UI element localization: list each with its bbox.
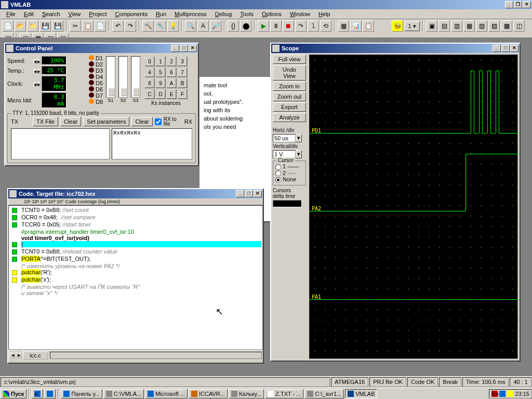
kx-6[interactable]: 6 [166, 67, 177, 77]
menu-file[interactable]: File [2, 10, 20, 18]
tb-rebuild[interactable]: 🔧 [155, 20, 166, 32]
code-hscroll[interactable] [50, 352, 262, 359]
tb-run[interactable]: ▶ [258, 20, 269, 32]
tb-v7[interactable]: ▩ [501, 20, 512, 32]
tb-restart[interactable]: ⟲ [320, 20, 331, 32]
kx-B[interactable]: B [177, 78, 188, 88]
task-3[interactable]: Microsoft ... [145, 389, 188, 398]
tb-scope[interactable]: 📊 [350, 20, 362, 32]
tb-find-next[interactable]: A [197, 20, 209, 32]
cursor2-radio[interactable] [275, 170, 281, 176]
tb-instance[interactable]: 1 ▾ [404, 21, 420, 31]
tb-v1[interactable]: ▣ [426, 20, 437, 32]
tray-lang-icon[interactable]: En [491, 391, 498, 397]
code-max[interactable]: □ [245, 190, 253, 197]
tb-v6[interactable]: ▨ [488, 20, 500, 32]
tb-v2[interactable]: ▤ [438, 20, 450, 32]
kx-2[interactable]: 2 [166, 56, 177, 66]
kx-7[interactable]: 7 [177, 67, 188, 77]
start-button[interactable]: Пуск [1, 389, 26, 398]
menu-tools[interactable]: Tools [236, 10, 258, 18]
task-6[interactable]: Z.TXT - ... [265, 389, 303, 398]
tb-stepover[interactable]: ⤵ [308, 20, 319, 32]
tb-replace[interactable]: 🔎 [210, 20, 221, 32]
kx-9[interactable]: 9 [155, 78, 166, 88]
txfile-button[interactable]: TX File [33, 117, 58, 126]
menu-window[interactable]: Window [286, 10, 314, 18]
kx-A[interactable]: A [166, 78, 177, 88]
menu-edit[interactable]: Edit [20, 10, 38, 18]
tb-goto[interactable]: {} [228, 20, 239, 32]
txclear-button[interactable]: Clear [60, 117, 81, 126]
systray[interactable]: En 23:15 [489, 389, 532, 398]
close-button[interactable]: ✕ [523, 1, 531, 8]
kx-D[interactable]: D [155, 89, 166, 99]
tb-open[interactable]: 📂 [15, 20, 26, 32]
menu-view[interactable]: View [64, 10, 85, 18]
clock-inc[interactable]: ▶ [37, 82, 41, 87]
code-editor[interactable]: TCNT0 = 0xB8; //set countOCR0 = 0x48; //… [8, 205, 263, 350]
tab-next[interactable]: ▶ [16, 353, 22, 358]
tb-messages[interactable]: 📋 [363, 20, 374, 32]
scope-min[interactable]: _ [493, 45, 501, 52]
export-button[interactable]: Export [273, 102, 306, 112]
slider-s1[interactable] [106, 56, 115, 98]
task-8[interactable]: VMLAB [345, 389, 377, 398]
tb-stop[interactable]: ⏹ [283, 20, 294, 32]
ql-desktop[interactable] [44, 389, 56, 398]
task-2[interactable]: C:\VMLA... [103, 389, 144, 398]
kx-C[interactable]: C [144, 89, 155, 99]
speed-inc[interactable]: ▶ [37, 59, 41, 64]
task-1[interactable]: Панель у... [61, 389, 102, 398]
cursornone-radio[interactable] [275, 177, 281, 183]
cursor1-radio[interactable] [275, 164, 281, 170]
fullview-button[interactable]: Full view [273, 55, 306, 64]
tb-save2[interactable]: 💾 [52, 20, 63, 32]
code-window[interactable]: Code. Target file: icc702.hex _ □ ✕ 10¹ … [7, 188, 264, 364]
tb-undo[interactable]: ↶ [112, 20, 124, 32]
control-panel-window[interactable]: Control Panel _ □ ✕ Speed: ◀▶ 100% Temp.… [4, 43, 199, 166]
kx-4[interactable]: 4 [144, 67, 155, 77]
kx-3[interactable]: 3 [177, 56, 188, 66]
tb-v8[interactable]: ◫ [513, 20, 525, 32]
tb-bee[interactable]: 🐝 [392, 20, 403, 32]
rx-textarea[interactable]: RxRxRxRx [112, 128, 192, 159]
horiz-drop[interactable]: ▾ [296, 134, 302, 142]
menu-multiprocess[interactable]: Multiprocess [170, 10, 211, 18]
slider-s2[interactable] [118, 56, 128, 98]
tray-icon[interactable] [499, 391, 506, 397]
zoomout-button[interactable]: Zoom out [273, 92, 306, 101]
task-5[interactable]: Кальку... [229, 389, 264, 398]
horiz-select[interactable] [273, 134, 296, 142]
kx-F[interactable]: F [177, 89, 188, 99]
rxtofile-checkbox[interactable] [155, 118, 162, 125]
tb-new[interactable]: 📄 [2, 20, 14, 32]
tx-textarea[interactable] [11, 128, 110, 159]
tb-v4[interactable]: ▦ [463, 20, 475, 32]
tb-v3[interactable]: ▥ [451, 20, 462, 32]
scope-max[interactable]: □ [501, 45, 510, 52]
scope-close[interactable]: ✕ [510, 45, 518, 52]
temp-inc[interactable]: ▶ [37, 69, 41, 74]
rxclear-button[interactable]: Clear [131, 117, 152, 126]
tb-redo[interactable]: ↷ [125, 20, 136, 32]
tb-open2[interactable]: 📁 [27, 20, 38, 32]
kx-8[interactable]: 8 [144, 78, 155, 88]
zoomin-button[interactable]: Zoom in [273, 82, 306, 91]
slider-s3[interactable] [131, 56, 140, 98]
cp-max[interactable]: □ [180, 45, 188, 52]
tb-copy[interactable]: 📋 [82, 20, 94, 32]
code-tab[interactable]: icc.c [23, 351, 48, 360]
tab-prev[interactable]: ◀ [9, 353, 16, 358]
task-4[interactable]: ICCAVR... [189, 389, 228, 398]
menu-run[interactable]: Run [152, 10, 170, 18]
tb-cut[interactable]: ✂ [70, 20, 81, 32]
kx-E[interactable]: E [166, 89, 177, 99]
vert-drop[interactable]: ▾ [296, 150, 302, 158]
ql-ie[interactable]: e [32, 389, 43, 398]
cp-close[interactable]: ✕ [189, 45, 197, 52]
tb-step[interactable]: ↷ [295, 20, 307, 32]
tb-save[interactable]: 💾 [39, 20, 51, 32]
tb-break[interactable]: ⬤ [240, 20, 251, 32]
menu-project[interactable]: Project [85, 10, 111, 18]
